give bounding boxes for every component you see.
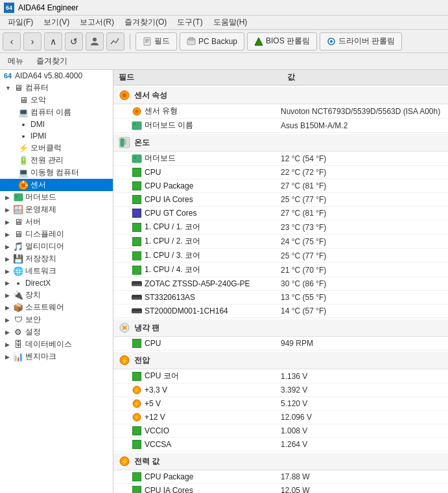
sidebar-item-directx[interactable]: ▶ ▪ DirectX [0, 277, 113, 289]
field-temp-core3: 1. CPU / 3. 코어 [132, 250, 281, 261]
sidebar-power-mgmt-label: 전원 관리 [30, 155, 64, 166]
pwr-cpu-pkg-icon [132, 472, 142, 482]
forward-button[interactable]: › [23, 32, 41, 51]
section-sensor-props: 센서 속성 [113, 87, 448, 104]
sidebar-item-dmi[interactable]: ▪ DMI [0, 119, 113, 130]
svg-point-11 [21, 183, 25, 187]
sidebar-item-portable[interactable]: 💻 이동형 컴퓨터 [0, 166, 113, 179]
row-pwr-cpu-ia[interactable]: CPU IA Cores 12.05 W [113, 484, 448, 493]
sidebar-item-os[interactable]: ▶ 🪟 운영체제 [0, 203, 113, 216]
temp-core4-value: 21 °C (70 °F) [281, 266, 443, 275]
sidebar-item-summary[interactable]: 🖥 오악 [0, 94, 113, 106]
sidebar-item-power-mgmt[interactable]: 🔋 전원 관리 [0, 154, 113, 166]
sidebar-item-motherboard[interactable]: ▶ 머더보드 [0, 191, 113, 203]
menu-help[interactable]: 도움말(H) [208, 16, 253, 29]
user-button[interactable] [86, 32, 104, 51]
menu-report[interactable]: 보고서(R) [75, 16, 119, 29]
field-temp-cpu: CPU [132, 167, 281, 178]
pcbackup-button[interactable]: PC Backup [180, 32, 244, 51]
sidebar-item-software[interactable]: ▶ 📦 소프트웨어 [0, 301, 113, 314]
row-volt-cpu-core[interactable]: CPU 코어 1.136 V [113, 369, 448, 384]
row-temp-core1[interactable]: 1. CPU / 1. 코어 23 °C (73 °F) [113, 220, 448, 235]
up-button[interactable]: ∧ [44, 32, 62, 51]
row-temp-core2[interactable]: 1. CPU / 2. 코어 24 °C (75 °F) [113, 235, 448, 249]
sidebar-item-display[interactable]: ▶ 🖥 디스플레이 [0, 228, 113, 240]
row-temp-zotac[interactable]: ZOTAC ZTSSD-A5P-240G-PE 30 °C (86 °F) [113, 277, 448, 291]
row-volt-vccsa[interactable]: VCCSA 1.264 V [113, 438, 448, 452]
row-temp-mb[interactable]: 머더보드 12 °C (54 °F) [113, 152, 448, 166]
menu-file[interactable]: 파일(F) [3, 16, 38, 29]
temp-core4-icon [132, 265, 142, 275]
storage-icon: 💾 [13, 254, 23, 264]
sensor-type-label: 센서 유형 [145, 106, 178, 117]
chart-button[interactable] [106, 32, 124, 51]
report-button[interactable]: 필드 [136, 32, 177, 51]
sidebar-settings-label: 설정 [25, 327, 41, 338]
row-sensor-type[interactable]: 센서 유형 Nuvoton NCT6793D/5539D/5563D (ISA … [113, 104, 448, 119]
nav-menu[interactable]: 메뉴 [5, 54, 26, 68]
row-temp-cpu-pkg[interactable]: CPU Package 27 °C (81 °F) [113, 179, 448, 193]
temp-zotac-value: 30 °C (86 °F) [281, 279, 443, 288]
sidebar-item-ipmi[interactable]: ▪ IPMI [0, 130, 113, 142]
row-pwr-cpu-pkg[interactable]: CPU Package 17.88 W [113, 470, 448, 484]
os-arrow: ▶ [5, 207, 13, 213]
bios-button[interactable]: BIOS 판롤림 [247, 32, 317, 51]
row-motherboard-name[interactable]: 머더보드 이름 Asus B150M-A/M.2 [113, 119, 448, 133]
volt-3v3-value: 3.392 V [281, 385, 443, 395]
menu-favorites[interactable]: 즐겨찾기(O) [119, 16, 172, 29]
volt-vccio-label: VCCIO [145, 426, 169, 435]
menu-view[interactable]: 보기(V) [38, 16, 75, 29]
sidebar-item-sensor[interactable]: 센서 [0, 179, 113, 191]
row-volt-3v3[interactable]: ⚡ +3.3 V 3.392 V [113, 384, 448, 397]
sidebar-item-devices[interactable]: ▶ 🔌 장치 [0, 289, 113, 301]
volt-5v-label: +5 V [145, 399, 161, 408]
field-volt-vccio: VCCIO [132, 426, 281, 436]
volt-vccsa-label: VCCSA [145, 440, 171, 449]
summary-icon: 🖥 [18, 95, 29, 106]
sidebar-item-network[interactable]: ▶ 🌐 네트워크 [0, 265, 113, 277]
row-temp-core3[interactable]: 1. CPU / 3. 코어 25 °C (77 °F) [113, 249, 448, 263]
temp-st1-icon [132, 292, 142, 303]
row-fan-cpu[interactable]: CPU 949 RPM [113, 337, 448, 350]
svg-point-19 [136, 109, 139, 113]
fan-cpu-value: 949 RPM [281, 339, 443, 348]
row-temp-st2[interactable]: ST2000DM001-1CH164 14 °C (57 °F) [113, 304, 448, 318]
sidebar-item-server[interactable]: ▶ 🖥 서버 [0, 216, 113, 228]
back-button[interactable]: ‹ [3, 32, 21, 51]
field-temp-cpu-gt: CPU GT Cores [132, 208, 281, 218]
row-temp-core4[interactable]: 1. CPU / 4. 코어 21 °C (70 °F) [113, 263, 448, 277]
sidebar-item-database[interactable]: ▶ 🗄 데이터베이스 [0, 338, 113, 350]
sidebar-item-storage[interactable]: ▶ 💾 저장장치 [0, 253, 113, 265]
computer-name-icon: 💻 [18, 108, 29, 118]
sidebar-item-computer[interactable]: ▼ 🖥 컴퓨터 [0, 82, 113, 94]
refresh-button[interactable]: ↺ [65, 32, 83, 51]
sidebar-item-benchmark[interactable]: ▶ 📊 벤지마크 [0, 350, 113, 363]
sidebar-item-overclock[interactable]: ⚡ 오버클럭 [0, 142, 113, 154]
sidebar-root[interactable]: 64 AIDA64 v5.80.4000 [0, 70, 113, 82]
sidebar-item-computer-name[interactable]: 💻 컴퓨터 이름 [0, 106, 113, 119]
sidebar-dx-label: DirectX [25, 279, 51, 288]
sidebar-item-settings[interactable]: ▶ ⚙ 설정 [0, 326, 113, 338]
mb-name-value: Asus B150M-A/M.2 [281, 121, 443, 130]
root-icon: 64 [3, 71, 13, 81]
nav-favorites[interactable]: 즐겨찾기 [34, 54, 70, 68]
volt-vccsa-icon [132, 439, 142, 450]
row-temp-cpu-gt[interactable]: CPU GT Cores 27 °C (81 °F) [113, 207, 448, 220]
row-volt-5v[interactable]: ⚡ +5 V 5.120 V [113, 397, 448, 411]
ipmi-icon: ▪ [18, 131, 29, 141]
row-temp-cpu-ia[interactable]: CPU IA Cores 25 °C (77 °F) [113, 193, 448, 207]
row-volt-vccio[interactable]: VCCIO 1.008 V [113, 424, 448, 438]
sidebar-item-security[interactable]: ▶ 🛡 보안 [0, 314, 113, 326]
sec-icon: 🛡 [13, 315, 23, 325]
row-temp-cpu[interactable]: CPU 22 °C (72 °F) [113, 166, 448, 179]
row-temp-st1[interactable]: ST3320613AS 13 °C (55 °F) [113, 291, 448, 304]
field-sensor-type: 센서 유형 [132, 106, 281, 117]
field-temp-core1: 1. CPU / 1. 코어 [132, 222, 281, 233]
sidebar-item-multimedia[interactable]: ▶ 🎵 멀티미디어 [0, 240, 113, 253]
temp-cpu-gt-label: CPU GT Cores [145, 209, 196, 218]
row-volt-12v[interactable]: ⚡ +12 V 12.096 V [113, 411, 448, 424]
volt-5v-icon: ⚡ [132, 398, 142, 409]
driver-button[interactable]: 드라이버 판롤림 [320, 32, 402, 51]
menu-tools[interactable]: 도구(T) [172, 16, 207, 29]
sidebar-summary-label: 오악 [30, 95, 46, 106]
